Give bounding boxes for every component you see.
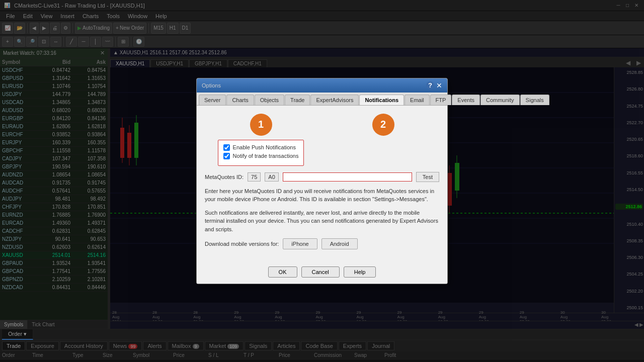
notify-trade-label: Notify of trade transactions xyxy=(233,153,299,159)
options-dialog: Options ? ✕ Server Charts Objects Trade … xyxy=(196,78,448,285)
steps-row: 1 Enable Push Notifications Notify of tr… xyxy=(205,114,439,166)
dialog-close-icon[interactable]: ✕ xyxy=(436,81,442,89)
dialog-tab-signals[interactable]: Signals xyxy=(520,95,549,105)
dialog-tab-ftp[interactable]: FTP xyxy=(430,95,452,105)
dialog-tabs: Server Charts Objects Trade ExpertAdviso… xyxy=(197,93,447,106)
ok-button[interactable]: OK xyxy=(268,266,297,278)
notify-trade-checkbox[interactable] xyxy=(223,153,230,159)
dialog-tab-email[interactable]: Email xyxy=(405,95,430,105)
cancel-button[interactable]: Cancel xyxy=(301,266,340,278)
info-text-2: Such notifications are delivered instant… xyxy=(205,209,439,234)
download-label: Download mobile versions for: xyxy=(205,241,279,247)
notify-trade-row: Notify of trade transactions xyxy=(223,153,299,159)
metaquotes-input[interactable] xyxy=(283,172,412,182)
step1-circle: 1 xyxy=(250,114,272,136)
enable-push-notifications-row: Enable Push Notifications xyxy=(223,144,299,151)
dialog-tab-objects[interactable]: Objects xyxy=(255,95,284,105)
metaquotes-row: MetaQuotes ID: 75 A0 Test xyxy=(205,172,439,182)
download-row: Download mobile versions for: iPhone And… xyxy=(205,238,439,249)
step2-circle: 2 xyxy=(372,114,394,136)
iphone-button[interactable]: iPhone xyxy=(283,238,317,249)
test-button[interactable]: Test xyxy=(416,172,439,182)
enable-push-label: Enable Push Notifications xyxy=(233,144,296,150)
help-button[interactable]: Help xyxy=(344,266,376,278)
android-button[interactable]: Android xyxy=(321,238,358,249)
dialog-tab-server[interactable]: Server xyxy=(199,95,226,105)
info-text-1: Enter here your MetaQuotes ID and you wi… xyxy=(205,187,439,204)
metaquotes-label: MetaQuotes ID: xyxy=(205,174,244,180)
dialog-footer: OK Cancel Help xyxy=(197,262,447,284)
step1-content: Enable Push Notifications Notify of trad… xyxy=(218,140,304,166)
metaquotes-prefix1: 75 xyxy=(248,172,261,182)
dialog-content: 1 Enable Push Notifications Notify of tr… xyxy=(197,106,447,263)
dialog-tab-events[interactable]: Events xyxy=(452,95,480,105)
dialog-tab-ea[interactable]: ExpertAdvisors xyxy=(310,95,359,105)
dialog-overlay: Options ? ✕ Server Charts Objects Trade … xyxy=(0,0,644,362)
dialog-tab-trade[interactable]: Trade xyxy=(285,95,310,105)
dialog-tab-notifications[interactable]: Notifications xyxy=(359,95,404,105)
enable-push-checkbox[interactable] xyxy=(223,144,230,151)
dialog-help-icon[interactable]: ? xyxy=(426,81,434,89)
dialog-tab-community[interactable]: Community xyxy=(480,95,520,105)
dialog-title: Options xyxy=(202,82,221,88)
metaquotes-prefix2: A0 xyxy=(265,172,278,182)
dialog-tab-charts[interactable]: Charts xyxy=(226,95,254,105)
dialog-titlebar: Options ? ✕ xyxy=(197,78,447,93)
